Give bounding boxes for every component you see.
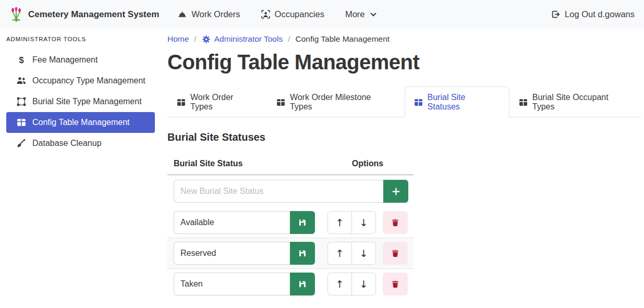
status-name-input[interactable] [174,211,290,234]
nav-item-more[interactable]: More [345,9,377,19]
tulip-logo-icon [9,7,23,22]
table-row-new [167,175,414,207]
breadcrumb: Home / Administrator Tools / Config [167,34,642,44]
nav-item-label: Work Orders [191,9,240,19]
sidebar-item-burial-site-type[interactable]: Burial Site Type Management [6,91,155,112]
trash-icon [391,218,399,227]
nav-item-label: More [345,9,365,19]
broom-icon [16,139,27,148]
arrow-down-icon: ↓ [360,248,368,259]
breadcrumb-current: Config Table Management [296,34,390,44]
breadcrumb-admin-tools-link[interactable]: Administrator Tools [202,34,283,44]
table-icon [519,98,528,107]
table-icon [16,118,27,127]
sidebar-item-label: Burial Site Type Management [32,97,142,106]
nav-item-label: Occupancies [275,9,324,19]
plus-icon [392,187,400,196]
table-icon [414,98,423,107]
breadcrumb-separator: / [288,34,290,44]
logout-button[interactable]: Log Out d.gowans [551,9,635,19]
arrow-up-icon: ↑ [336,248,344,259]
trash-icon [391,280,399,288]
delete-status-button[interactable] [383,242,408,265]
burial-site-status-table: Burial Site Status Options [167,154,414,299]
tab-label: Burial Site Occupant Types [532,93,633,112]
nav-item-occupancies[interactable]: Occupancies [261,9,324,19]
bounding-box-icon [16,97,27,106]
section-title: Burial Site Statuses [167,131,642,143]
logout-label: Log Out d.gowans [565,9,635,19]
sidebar-item-occupancy-type[interactable]: Occupancy Type Management [6,70,155,91]
sidebar-item-label: Occupancy Type Management [32,76,145,85]
tab-work-order-milestone-types[interactable]: Work Order Milestone Types [267,87,405,117]
save-status-button[interactable] [290,211,315,234]
tab-label: Burial Site Statuses [428,93,500,112]
sidebar-heading: ADMINISTRATOR TOOLS [0,33,162,42]
arrow-up-icon: ↑ [336,278,344,290]
hard-hat-icon [178,10,187,19]
arrow-down-icon: ↓ [360,278,368,290]
table-header-row: Burial Site Status Options [167,154,414,175]
breadcrumb-label: Administrator Tools [214,34,283,44]
move-down-button[interactable]: ↓ [351,242,376,265]
sidebar-item-label: Config Table Management [32,118,130,127]
chevron-down-icon [370,11,377,18]
column-header-status: Burial Site Status [167,154,322,175]
save-status-button[interactable] [290,242,315,265]
person-bounding-box-icon [261,10,270,19]
add-status-button[interactable] [383,180,408,203]
save-status-button[interactable] [290,273,315,295]
arrow-up-icon: ↑ [336,217,344,228]
sidebar-item-fee-management[interactable]: $ Fee Management [6,50,155,70]
table-row: ↑ ↓ [167,269,414,299]
table-row: ↑ ↓ [167,238,414,269]
tab-bar: Work Order Types Work Order Milestone Ty… [167,87,642,117]
sidebar-item-config-table[interactable]: Config Table Management [6,112,155,133]
gear-icon [202,35,211,44]
delete-status-button[interactable] [383,273,408,295]
sidebar-item-label: Database Cleanup [32,139,102,148]
reorder-group: ↑ ↓ [327,211,376,234]
move-down-button[interactable]: ↓ [351,273,376,295]
move-up-button[interactable]: ↑ [327,242,352,265]
sidebar-list: $ Fee Management Occupancy Type Manageme… [0,50,162,154]
move-up-button[interactable]: ↑ [327,211,352,234]
move-down-button[interactable]: ↓ [351,211,376,234]
delete-status-button[interactable] [383,211,408,234]
sidebar-item-label: Fee Management [32,55,98,65]
table-row: ↑ ↓ [167,207,414,238]
save-icon [298,249,307,257]
app-brand[interactable]: Cemetery Management System [9,7,159,22]
tab-burial-site-occupant-types[interactable]: Burial Site Occupant Types [509,87,642,117]
people-icon [16,76,27,85]
trash-icon [391,249,399,257]
move-up-button[interactable]: ↑ [327,273,352,295]
tab-work-order-types[interactable]: Work Order Types [167,87,267,117]
breadcrumb-label: Home [167,34,189,44]
page-title: Config Table Management [167,51,642,74]
sidebar-item-database-cleanup[interactable]: Database Cleanup [6,133,155,154]
dollar-icon: $ [16,56,27,65]
reorder-group: ↑ ↓ [327,273,376,295]
top-navbar: Cemetery Management System Work Orders O… [0,0,644,29]
status-name-input[interactable] [174,242,290,265]
main-content: Home / Administrator Tools / Config [162,29,644,308]
save-icon [298,218,307,227]
logout-icon [551,10,560,19]
breadcrumb-separator: / [194,34,196,44]
nav-item-work-orders[interactable]: Work Orders [178,9,240,19]
arrow-down-icon: ↓ [360,217,368,228]
table-icon [276,98,285,107]
status-name-input[interactable] [174,273,290,295]
navbar-links: Work Orders Occupancies More [178,9,376,19]
sidebar: ADMINISTRATOR TOOLS $ Fee Management Occ… [0,29,162,308]
column-header-options: Options [322,154,414,175]
brand-label: Cemetery Management System [28,9,159,20]
tab-label: Work Order Types [190,93,258,112]
breadcrumb-home-link[interactable]: Home [167,34,189,44]
reorder-group: ↑ ↓ [327,242,376,265]
table-icon [177,98,186,107]
tab-burial-site-statuses[interactable]: Burial Site Statuses [405,87,509,117]
tab-label: Work Order Milestone Types [290,93,395,112]
new-status-input[interactable] [174,180,383,203]
